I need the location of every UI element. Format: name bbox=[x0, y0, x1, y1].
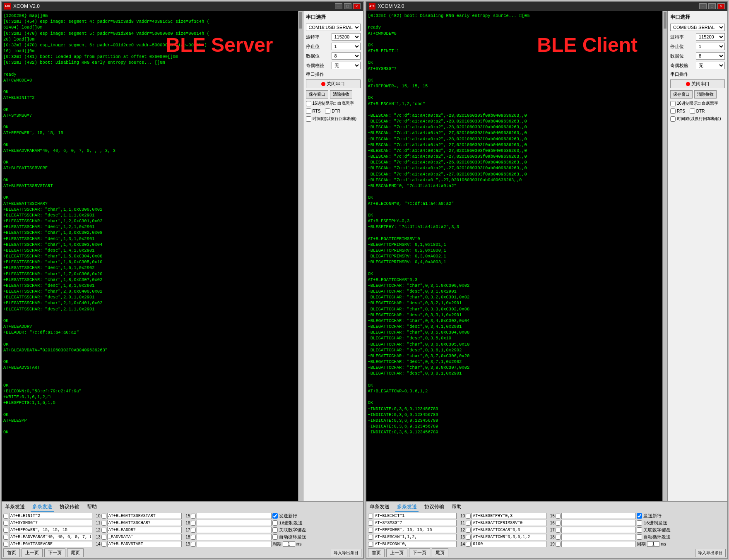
save-window-button[interactable]: 保存窗口 bbox=[670, 90, 693, 99]
tab-帮助[interactable]: 帮助 bbox=[85, 503, 99, 512]
minimize-button[interactable]: ─ bbox=[335, 3, 342, 9]
scrollbar-thumb[interactable] bbox=[664, 12, 666, 29]
cmd-input-5[interactable] bbox=[9, 541, 92, 547]
tab-多条发送[interactable]: 多条发送 bbox=[31, 503, 54, 512]
close-button[interactable]: ✕ bbox=[353, 3, 361, 9]
clear-recv-button[interactable]: 清除接收 bbox=[694, 90, 717, 99]
cmd-input-14[interactable] bbox=[472, 541, 546, 547]
rts-checkbox[interactable] bbox=[306, 108, 311, 114]
cmd-check-15[interactable] bbox=[556, 514, 561, 519]
save-window-button[interactable]: 保存窗口 bbox=[306, 90, 328, 99]
cmd-input-13[interactable] bbox=[107, 534, 182, 540]
cmd-input-10[interactable] bbox=[107, 513, 182, 519]
cmd-checkbox-2[interactable] bbox=[368, 521, 373, 526]
dtr-checkbox[interactable] bbox=[325, 108, 330, 114]
cmd-input-13[interactable] bbox=[472, 534, 546, 540]
cmd-input-2[interactable] bbox=[374, 520, 457, 526]
cmd-check-19[interactable] bbox=[556, 542, 561, 547]
cmd-input-14[interactable] bbox=[107, 541, 182, 547]
cmd-checkbox-3[interactable] bbox=[3, 528, 8, 533]
cmd-input-1[interactable] bbox=[374, 513, 457, 519]
cmd-input-12[interactable] bbox=[472, 527, 546, 533]
cmd-checkbox-3[interactable] bbox=[368, 528, 373, 533]
tab-帮助[interactable]: 帮助 bbox=[450, 503, 463, 512]
minimize-button[interactable]: ─ bbox=[699, 3, 707, 9]
cmd-checkbox-1[interactable] bbox=[3, 514, 8, 519]
cmd-checkbox-13[interactable] bbox=[101, 535, 106, 540]
port-select[interactable]: COM6:USB-SERIAL bbox=[670, 24, 725, 31]
parity-select[interactable]: 无 bbox=[696, 62, 725, 69]
cmd-check-19[interactable] bbox=[191, 542, 196, 547]
nav-下一页[interactable]: 下一页 bbox=[409, 548, 430, 557]
cmd-input-16[interactable] bbox=[197, 520, 272, 526]
cmd-check-17[interactable] bbox=[556, 528, 561, 533]
baud-select[interactable]: 115200 bbox=[696, 33, 725, 41]
cmd-input-4[interactable] bbox=[9, 534, 92, 540]
cmd-check-18[interactable] bbox=[556, 535, 561, 540]
cmd-checkbox-14[interactable] bbox=[101, 542, 106, 547]
cmd-input-11[interactable] bbox=[107, 520, 182, 526]
cmd-checkbox-12[interactable] bbox=[101, 528, 106, 533]
nav-下一页[interactable]: 下一页 bbox=[44, 548, 65, 557]
cmd-input-3[interactable] bbox=[9, 527, 92, 533]
period-input[interactable] bbox=[283, 541, 295, 547]
cmd-checkbox-5[interactable] bbox=[3, 542, 8, 547]
cmd-check-18[interactable] bbox=[191, 535, 196, 540]
send-hex-checkbox[interactable] bbox=[637, 520, 642, 526]
cmd-input-18[interactable] bbox=[197, 534, 272, 540]
cmd-input-17[interactable] bbox=[197, 527, 272, 533]
nav-尾页[interactable]: 尾页 bbox=[432, 548, 448, 557]
cmd-checkbox-11[interactable] bbox=[466, 521, 471, 526]
cmd-checkbox-10[interactable] bbox=[101, 514, 106, 519]
cmd-checkbox-10[interactable] bbox=[466, 514, 471, 519]
close-numpad-checkbox[interactable] bbox=[272, 527, 278, 533]
cmd-input-18[interactable] bbox=[561, 534, 636, 540]
stop-select[interactable]: 1 bbox=[696, 43, 725, 50]
cmd-input-19[interactable] bbox=[561, 541, 636, 547]
tab-协议传输[interactable]: 协议传输 bbox=[58, 503, 81, 512]
cmd-input-16[interactable] bbox=[561, 520, 636, 526]
nav-上一页[interactable]: 上一页 bbox=[386, 548, 407, 557]
terminal[interactable]: BLE Server{1260208} map[]0m[0:32mI (454)… bbox=[2, 11, 298, 501]
nav-首页[interactable]: 首页 bbox=[368, 548, 385, 557]
import-export-button[interactable]: 导入导出条目 bbox=[695, 549, 726, 557]
data-select[interactable]: 8 bbox=[696, 52, 725, 60]
auto-loop-checkbox[interactable] bbox=[637, 534, 642, 540]
period-input[interactable] bbox=[647, 541, 659, 547]
baud-select[interactable]: 115200 bbox=[332, 33, 361, 41]
auto-loop-checkbox[interactable] bbox=[272, 534, 278, 540]
cmd-check-15[interactable] bbox=[191, 514, 196, 519]
nav-首页[interactable]: 首页 bbox=[3, 548, 20, 557]
parity-select[interactable]: 无 bbox=[332, 62, 361, 69]
cmd-input-10[interactable] bbox=[472, 513, 546, 519]
cmd-check-16[interactable] bbox=[556, 521, 561, 526]
clear-recv-button[interactable]: 清除接收 bbox=[330, 90, 352, 99]
tab-协议传输[interactable]: 协议传输 bbox=[423, 503, 446, 512]
scrollbar[interactable] bbox=[662, 11, 667, 501]
import-export-button[interactable]: 导入导出条目 bbox=[331, 549, 361, 557]
port-select[interactable]: COM16:USB-SERIAL bbox=[306, 24, 361, 31]
send-hex-checkbox[interactable] bbox=[272, 520, 278, 526]
stop-select[interactable]: 1 bbox=[332, 43, 361, 50]
cmd-checkbox-14[interactable] bbox=[466, 542, 471, 547]
cmd-input-5[interactable] bbox=[374, 541, 457, 547]
nav-尾页[interactable]: 尾页 bbox=[67, 548, 84, 557]
rts-checkbox[interactable] bbox=[670, 108, 676, 114]
time-checkbox[interactable] bbox=[306, 116, 311, 122]
cmd-input-2[interactable] bbox=[9, 520, 92, 526]
cmd-input-12[interactable] bbox=[107, 527, 182, 533]
cmd-input-1[interactable] bbox=[9, 513, 92, 519]
cmd-checkbox-4[interactable] bbox=[368, 535, 373, 540]
send-newline-checkbox[interactable] bbox=[272, 513, 278, 519]
cmd-check-17[interactable] bbox=[191, 528, 196, 533]
serial-ctrl-button[interactable]: 关闭串口 bbox=[306, 79, 361, 88]
scrollbar[interactable] bbox=[298, 11, 303, 501]
cmd-input-15[interactable] bbox=[561, 513, 636, 519]
tab-单条发送[interactable]: 单条发送 bbox=[3, 503, 26, 512]
tab-单条发送[interactable]: 单条发送 bbox=[368, 503, 391, 512]
serial-ctrl-button[interactable]: 关闭串口 bbox=[670, 79, 725, 88]
cmd-input-19[interactable] bbox=[197, 541, 272, 547]
cmd-input-11[interactable] bbox=[472, 520, 546, 526]
tab-多条发送[interactable]: 多条发送 bbox=[395, 503, 419, 512]
close-numpad-checkbox[interactable] bbox=[637, 527, 642, 533]
